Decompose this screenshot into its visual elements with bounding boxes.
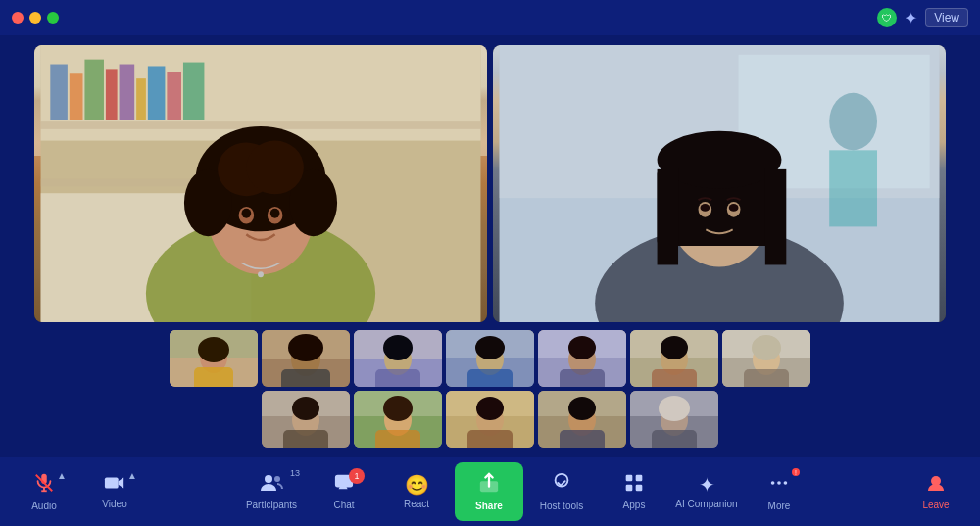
participant-thumb-11[interactable] [538,391,626,448]
thumbnail-strip [147,330,833,448]
svg-rect-9 [136,78,146,120]
participants-count: 13 [290,468,300,478]
svg-point-101 [659,396,690,421]
svg-rect-67 [560,369,605,387]
main-content [0,35,980,457]
participant-thumb-7[interactable] [722,330,810,387]
svg-point-56 [383,335,413,360]
participants-button[interactable]: Participants 13 [237,462,306,521]
participant-thumb-10[interactable] [446,391,534,448]
main-video-1 [34,45,487,322]
hosttools-button[interactable]: Host tools [527,462,596,521]
svg-point-51 [288,334,323,361]
close-button[interactable] [12,12,24,24]
svg-rect-11 [167,72,181,120]
svg-point-76 [752,335,781,360]
ai-spark-icon: ✦ [905,9,917,27]
react-label: React [404,499,429,509]
more-icon [768,472,790,497]
svg-point-66 [568,336,596,359]
thumb-row-2 [147,391,833,448]
toolbar-left: Audio ▲ Video ▲ [10,462,149,521]
svg-rect-47 [194,367,233,387]
participants-icon [260,473,283,496]
svg-rect-5 [70,73,83,120]
svg-rect-31 [829,150,877,226]
maximize-button[interactable] [47,12,59,24]
aicompanion-label: AI Companion [675,499,737,509]
svg-rect-113 [636,475,643,482]
svg-point-61 [475,336,505,359]
svg-point-71 [661,336,688,359]
svg-point-109 [274,476,280,482]
svg-rect-37 [658,169,678,265]
svg-point-41 [700,204,710,212]
svg-rect-4 [50,65,68,120]
svg-point-86 [383,396,413,421]
svg-rect-12 [183,63,204,120]
svg-rect-102 [652,430,697,448]
leave-button[interactable]: Leave [902,462,970,521]
svg-rect-115 [636,485,643,492]
main-video-grid [34,45,946,322]
window-controls [12,12,59,24]
participant-thumb-5[interactable] [538,330,626,387]
apps-button[interactable]: Apps [600,462,668,521]
thumb-row-1 [147,330,833,387]
participant-thumb-2[interactable] [262,330,350,387]
svg-point-24 [241,209,251,218]
svg-rect-82 [283,430,328,448]
svg-point-91 [476,397,504,420]
chat-badge: 1 [349,468,365,484]
svg-rect-87 [375,430,420,448]
aicompanion-icon: ✦ [699,475,715,495]
audio-button[interactable]: Audio ▲ [10,462,78,521]
participant-thumb-12[interactable] [630,391,718,448]
participant-thumb-9[interactable] [354,391,442,448]
svg-point-30 [829,93,877,151]
svg-rect-57 [375,369,420,387]
more-button[interactable]: More ! [745,462,813,521]
svg-rect-97 [560,430,605,448]
svg-point-26 [258,271,264,277]
svg-rect-107 [105,478,119,489]
react-button[interactable]: 😊 React [382,462,451,521]
svg-rect-7 [106,69,118,120]
security-icon[interactable]: 🛡 [877,8,897,27]
participant-thumb-6[interactable] [630,330,718,387]
share-icon [478,472,500,497]
svg-point-42 [729,204,739,212]
chat-label: Chat [333,500,354,510]
svg-rect-77 [744,369,789,387]
svg-point-25 [270,209,280,218]
hosttools-label: Host tools [540,501,583,511]
svg-rect-38 [765,169,786,265]
audio-label: Audio [31,501,57,511]
view-button[interactable]: View [925,8,968,27]
minimize-button[interactable] [29,12,41,24]
apps-icon [624,473,644,496]
participant-thumb-8[interactable] [262,391,350,448]
svg-rect-92 [467,430,513,448]
video-button[interactable]: Video ▲ [80,462,149,521]
svg-rect-72 [652,369,697,387]
react-icon: 😊 [405,475,429,495]
toolbar-right: Leave [902,462,970,521]
svg-rect-112 [626,475,633,482]
svg-point-116 [771,481,775,485]
toolbar: Audio ▲ Video ▲ [0,457,980,526]
chat-button[interactable]: Chat 1 [310,462,378,521]
share-button[interactable]: Share [455,462,523,521]
participant-thumb-4[interactable] [446,330,534,387]
participant-thumb-1[interactable] [170,330,258,387]
svg-rect-52 [281,369,330,387]
title-bar-right: 🛡 ✦ View [877,8,968,27]
camera-icon [104,474,125,495]
aicompanion-button[interactable]: ✦ AI Companion [672,462,741,521]
more-label: More [768,501,791,511]
participant-thumb-3[interactable] [354,330,442,387]
leave-icon [924,473,948,496]
svg-point-96 [568,397,596,420]
svg-point-118 [784,481,788,485]
microphone-icon [33,472,55,497]
